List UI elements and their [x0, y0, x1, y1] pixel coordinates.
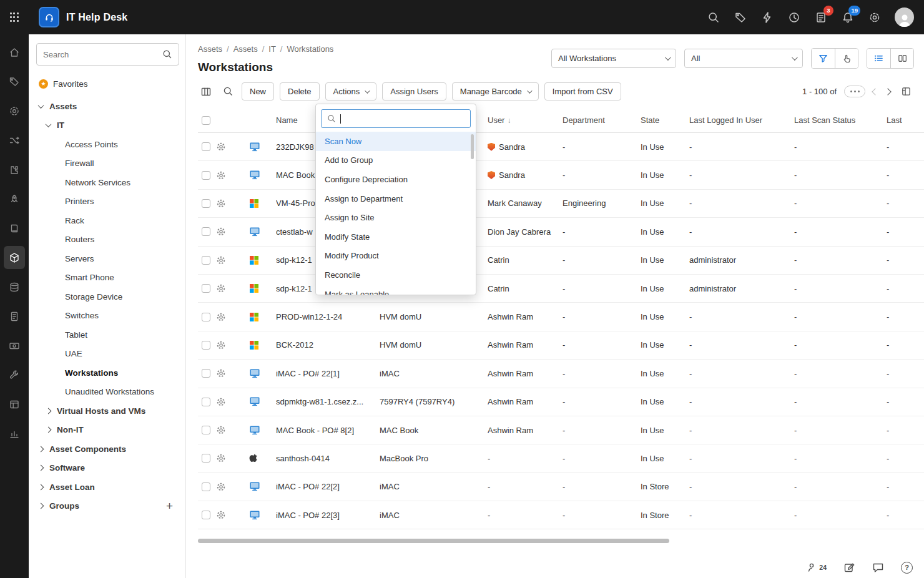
row-checkbox[interactable]	[202, 511, 210, 519]
sidebar-tree-item[interactable]: Servers +	[36, 249, 179, 268]
row-settings-icon[interactable]	[216, 368, 237, 378]
asset-name[interactable]: santhosh-0414	[276, 454, 380, 463]
row-settings-icon[interactable]	[216, 482, 237, 492]
type-select[interactable]: All	[684, 49, 803, 68]
row-checkbox[interactable]	[202, 341, 210, 350]
toolbar-button[interactable]: Manage Barcode	[452, 82, 539, 100]
table-row[interactable]: iMAC - PO# 22[3] iMAC - - In Store - - -	[198, 501, 924, 529]
help-icon[interactable]: ?	[901, 562, 913, 574]
table-row[interactable]: iMAC - PO# 22[1] iMAC Ashwin Ram - In Us…	[198, 360, 924, 388]
support-24-icon[interactable]: 24	[808, 562, 827, 572]
column-header[interactable]: Last Scan Status	[794, 115, 887, 125]
cash-icon[interactable]	[4, 334, 25, 357]
row-checkbox[interactable]	[202, 482, 210, 491]
row-settings-icon[interactable]	[216, 453, 237, 463]
sidebar-tree-item[interactable]: Switches +	[36, 306, 179, 326]
table-row[interactable]: sdp-k12-1 Catrin - In Use administrator …	[198, 247, 924, 275]
column-header[interactable]: Last Logged In User	[689, 115, 794, 125]
history-icon[interactable]	[787, 11, 801, 24]
sidebar-tree-item[interactable]: Assets +	[36, 97, 179, 116]
assets-icon[interactable]	[4, 246, 25, 269]
row-checkbox[interactable]	[202, 171, 210, 180]
toolbar-button[interactable]: Actions	[325, 82, 377, 100]
layout-icon[interactable]	[4, 393, 25, 416]
home-icon[interactable]	[4, 41, 25, 64]
page-next-icon[interactable]	[884, 88, 891, 95]
sidebar-tree-item[interactable]: Rack +	[36, 211, 179, 230]
table-row[interactable]: 232DJK98 Sandra - In Use - - -	[198, 133, 924, 161]
horizontal-scrollbar[interactable]	[198, 539, 669, 543]
row-settings-icon[interactable]	[216, 312, 237, 322]
select-all-checkbox[interactable]	[202, 116, 210, 125]
asset-name[interactable]: sdpmktg-w81-1.csez.z...	[276, 397, 380, 406]
asset-name[interactable]: iMAC - PO# 22[3]	[276, 511, 380, 520]
row-settings-icon[interactable]	[216, 198, 237, 208]
row-settings-icon[interactable]	[216, 170, 237, 180]
menu-search[interactable]	[321, 109, 471, 128]
sidebar-search-input[interactable]	[43, 50, 162, 59]
menu-item[interactable]: Reconcile	[316, 265, 476, 285]
asset-name[interactable]: iMAC - PO# 22[2]	[276, 482, 380, 491]
column-header[interactable]: User ↓	[488, 115, 563, 125]
row-checkbox[interactable]	[202, 227, 210, 236]
sidebar-tree-item[interactable]: Software +	[36, 459, 179, 478]
column-header[interactable]: Last	[887, 115, 924, 125]
shuffle-icon[interactable]	[4, 129, 25, 152]
row-checkbox[interactable]	[202, 454, 210, 463]
app-launcher-icon[interactable]	[0, 0, 29, 34]
row-checkbox[interactable]	[202, 426, 210, 434]
menu-item[interactable]: Mark as Loanable	[316, 285, 476, 295]
row-settings-icon[interactable]	[216, 142, 237, 152]
sidebar-tree-item[interactable]: Virtual Hosts and VMs +	[36, 401, 179, 421]
integrations-icon[interactable]	[4, 158, 25, 181]
breadcrumb-item[interactable]: IT	[268, 44, 287, 54]
sidebar-tree-item[interactable]: Access Points +	[36, 135, 179, 154]
toolbar-button[interactable]: Delete	[280, 82, 320, 100]
table-row[interactable]: VM-45-Pro Mark Canaway Engineering In Us…	[198, 190, 924, 218]
whats-new-icon[interactable]	[734, 11, 747, 24]
sidebar-tree-item[interactable]: Printers +	[36, 192, 179, 212]
row-settings-icon[interactable]	[216, 283, 237, 293]
row-settings-icon[interactable]	[216, 425, 237, 435]
search-icon[interactable]	[707, 11, 720, 24]
knowledge-icon[interactable]	[4, 217, 25, 240]
table-row[interactable]: MAC Book - PO# 8[2] MAC Book Ashwin Ram …	[198, 416, 924, 444]
card-view-icon[interactable]	[890, 49, 913, 68]
avatar[interactable]	[895, 7, 914, 27]
toolbar-button[interactable]: New	[242, 82, 274, 100]
row-checkbox[interactable]	[202, 199, 210, 208]
sidebar-tree-item[interactable]: Storage Device +	[36, 287, 179, 306]
table-row[interactable]: sdpmktg-w81-1.csez.z... 7597RY4 (7597RY4…	[198, 388, 924, 416]
expand-table-icon[interactable]	[898, 84, 914, 100]
asset-name[interactable]: PROD-win12-1-24	[276, 312, 380, 321]
breadcrumb-item[interactable]: Workstations	[287, 44, 333, 54]
table-row[interactable]: PROD-win12-1-24 HVM domU Ashwin Ram - In…	[198, 303, 924, 331]
tools-icon[interactable]	[4, 363, 25, 386]
table-row[interactable]: santhosh-0414 MacBook Pro - - In Use - -…	[198, 444, 924, 473]
sidebar-tree-item[interactable]: Asset Components +	[36, 439, 179, 459]
menu-search-input[interactable]	[345, 114, 464, 124]
notifications-icon[interactable]: 19	[841, 11, 855, 24]
sidebar-tree-item[interactable]: UAE +	[36, 345, 179, 364]
sidebar-search[interactable]	[36, 43, 179, 66]
asset-name[interactable]: MAC Book - PO# 8[2]	[276, 426, 380, 435]
asset-name[interactable]: iMAC - PO# 22[1]	[276, 369, 380, 378]
sidebar-tree-item[interactable]: Asset Loan +	[36, 478, 179, 497]
menu-item[interactable]: Assign to Department	[316, 189, 476, 208]
filter-funnel-icon[interactable]	[812, 49, 835, 68]
table-row[interactable]: sdp-k12-1 Catrin - In Use administrator …	[198, 275, 924, 303]
tap-filter-icon[interactable]	[835, 49, 858, 68]
sidebar-item-favorites[interactable]: ★ Favorites	[36, 74, 179, 93]
menu-item[interactable]: Add to Group	[316, 151, 476, 170]
dropdown-scrollbar[interactable]	[471, 134, 474, 159]
reports-icon[interactable]	[4, 422, 25, 445]
invoice-icon[interactable]	[4, 305, 25, 328]
sidebar-tree-item[interactable]: Smart Phone +	[36, 268, 179, 288]
row-settings-icon[interactable]	[216, 510, 237, 520]
sidebar-tree-item[interactable]: Unaudited Workstations +	[36, 383, 179, 402]
sidebar-tree-item[interactable]: Non-IT +	[36, 421, 179, 440]
toolbar-button[interactable]: Assign Users	[382, 82, 446, 100]
scope-select[interactable]: All Workstations	[551, 49, 676, 68]
database-icon[interactable]	[4, 275, 25, 298]
table-row[interactable]: ctestlab-w Dion Jay Cabrera - In Use - -…	[198, 218, 924, 246]
